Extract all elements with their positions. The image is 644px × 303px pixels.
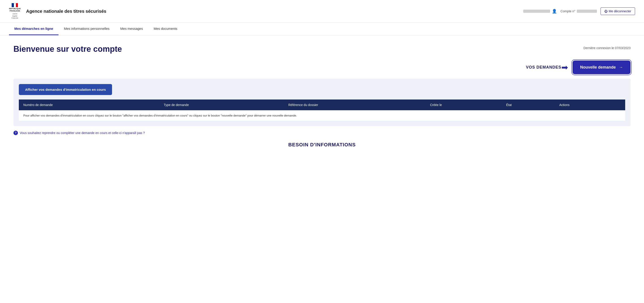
show-demands-button[interactable]: Afficher vos demandes d'immatriculation … — [19, 84, 112, 95]
show-demands-label: Afficher vos demandes d'immatriculation … — [25, 88, 106, 92]
arrow-nouvelle-wrapper: ➡ Nouvelle demande → — [561, 60, 630, 74]
flag-blue — [12, 3, 14, 7]
flag-stripes — [12, 3, 18, 7]
nav-item-documents[interactable]: Mes documents — [148, 23, 183, 35]
nouvelle-demande-label: Nouvelle demande — [580, 65, 616, 70]
help-link[interactable]: ? Vous souhaitez reprendre ou compléter … — [14, 131, 145, 135]
col-numero: Numéro de demande — [19, 100, 159, 110]
flag-red — [16, 3, 18, 7]
header: RÉPUBLIQUE FRANÇAISE Liberté Égalité Fra… — [0, 0, 644, 23]
table-info-row: Pour afficher vos demandes d'immatricula… — [19, 110, 625, 121]
main-nav: Mes démarches en ligne Mes informations … — [0, 23, 644, 36]
table-info-text: Pour afficher vos demandes d'immatricula… — [19, 110, 625, 121]
nouvelle-demande-arrow: → — [619, 65, 623, 70]
table-header-row: Numéro de demande Type de demande Référe… — [19, 100, 625, 110]
table-header: Numéro de demande Type de demande Référe… — [19, 100, 625, 110]
nav-item-informations[interactable]: Mes informations personnelles — [58, 23, 115, 35]
header-right: 👤 Compte n° ⏻ Me déconnecter — [523, 8, 635, 15]
republic-text: RÉPUBLIQUE FRANÇAISE — [9, 8, 20, 12]
deconnect-label: Me déconnecter — [609, 10, 631, 13]
col-creee: Créée le — [426, 100, 502, 110]
last-login: Dernière connexion le 07/03/2023 — [584, 46, 630, 50]
user-icon: 👤 — [552, 9, 557, 14]
compte-info: Compte n° — [560, 10, 597, 13]
table-body: Pour afficher vos demandes d'immatricula… — [19, 110, 625, 121]
nouvelle-demande-button[interactable]: Nouvelle demande → — [572, 60, 630, 74]
table-section: Afficher vos demandes d'immatriculation … — [14, 79, 630, 126]
main-content: Bienvenue sur votre compte Dernière conn… — [0, 36, 644, 157]
republic-subtitle: Liberté Égalité Fraternité — [12, 13, 18, 19]
demandes-header: VOS DEMANDES ➡ Nouvelle demande → — [14, 60, 630, 74]
besoin-title: BESOIN D'INFORMATIONS — [14, 142, 630, 148]
logo-area: RÉPUBLIQUE FRANÇAISE Liberté Égalité Fra… — [9, 3, 106, 19]
col-type: Type de demande — [159, 100, 284, 110]
col-etat: État — [502, 100, 555, 110]
compte-number-blurred — [577, 10, 597, 13]
col-actions: Actions — [555, 100, 625, 110]
col-reference: Référence du dossier — [284, 100, 426, 110]
power-icon: ⏻ — [604, 10, 608, 13]
nav-item-messages[interactable]: Mes messages — [115, 23, 148, 35]
help-icon: ? — [14, 131, 18, 135]
logo-flag: RÉPUBLIQUE FRANÇAISE Liberté Égalité Fra… — [9, 3, 20, 19]
help-link-section: ? Vous souhaitez reprendre ou compléter … — [14, 131, 630, 135]
compte-label: Compte n° — [560, 10, 575, 13]
arrow-icon: ➡ — [561, 63, 568, 72]
demands-table: Numéro de demande Type de demande Référe… — [19, 100, 625, 121]
nav-item-demarches[interactable]: Mes démarches en ligne — [9, 23, 58, 35]
help-link-text: Vous souhaitez reprendre ou compléter un… — [20, 131, 145, 135]
welcome-title: Bienvenue sur votre compte — [14, 44, 122, 54]
flag-white — [14, 3, 16, 7]
user-name-blurred — [523, 10, 550, 13]
vos-demandes-title: VOS DEMANDES — [526, 65, 561, 70]
deconnect-button[interactable]: ⏻ Me déconnecter — [600, 8, 635, 15]
user-info: 👤 — [523, 9, 557, 14]
welcome-section: Bienvenue sur votre compte Dernière conn… — [14, 44, 630, 54]
site-title: Agence nationale des titres sécurisés — [26, 9, 106, 14]
